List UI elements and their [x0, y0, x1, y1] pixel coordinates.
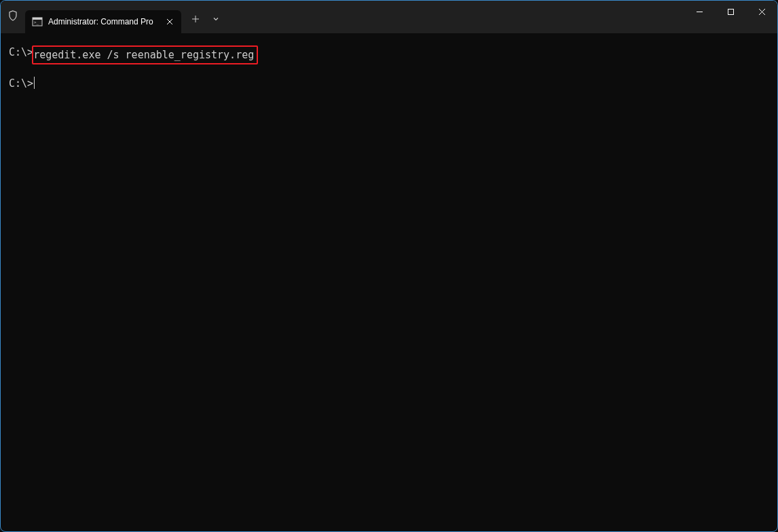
- shield-icon: [7, 10, 18, 24]
- tab-title: Administrator: Command Pro: [48, 17, 158, 26]
- svg-rect-8: [728, 9, 733, 14]
- tab-dropdown-button[interactable]: [206, 9, 226, 29]
- terminal-line: C:\>regedit.exe /s reenable_registry.reg: [9, 45, 769, 64]
- window-controls: [684, 1, 777, 28]
- tab-close-button[interactable]: [164, 16, 176, 28]
- terminal-line: C:\>: [9, 77, 769, 90]
- highlighted-command: regedit.exe /s reenable_registry.reg: [32, 45, 258, 64]
- new-tab-button[interactable]: [185, 9, 206, 29]
- svg-text:>_: >_: [34, 20, 39, 25]
- cmd-icon: >_: [32, 16, 43, 27]
- close-button[interactable]: [746, 1, 777, 22]
- prompt: C:\>: [9, 45, 33, 64]
- terminal-body[interactable]: C:\>regedit.exe /s reenable_registry.reg…: [1, 33, 777, 115]
- cursor: [34, 77, 35, 89]
- prompt: C:\>: [9, 77, 33, 90]
- app-shield-area: [1, 1, 25, 33]
- minimize-button[interactable]: [684, 1, 715, 22]
- maximize-button[interactable]: [715, 1, 746, 22]
- tab-active[interactable]: >_ Administrator: Command Pro: [25, 10, 181, 33]
- titlebar: >_ Administrator: Command Pro: [1, 1, 777, 33]
